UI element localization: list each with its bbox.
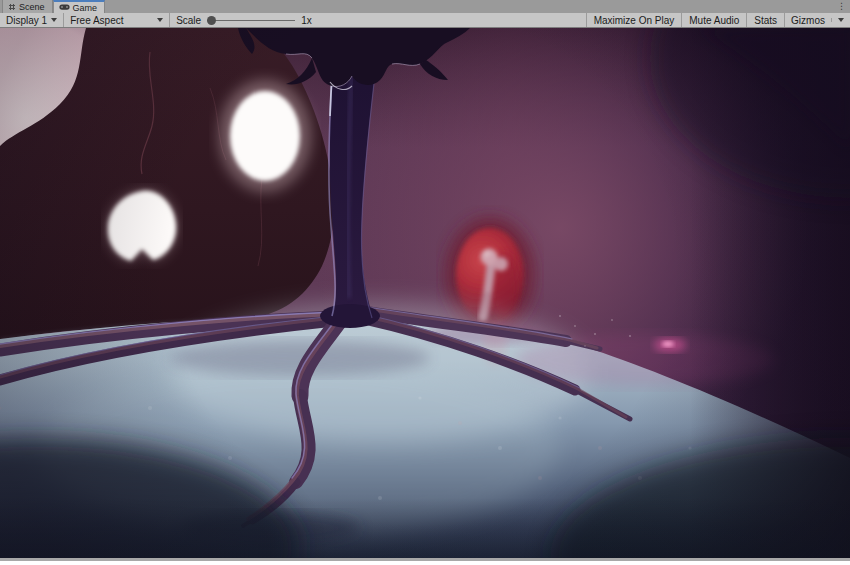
scale-slider-track[interactable] xyxy=(207,20,295,21)
gizmos-button[interactable]: Gizmos xyxy=(784,13,850,27)
aspect-ratio-dropdown[interactable]: Free Aspect xyxy=(64,13,170,27)
chevron-down-icon xyxy=(838,18,844,22)
gizmos-label: Gizmos xyxy=(785,15,831,26)
scale-label: Scale xyxy=(176,15,201,26)
mute-audio-label: Mute Audio xyxy=(689,15,739,26)
scale-slider-knob[interactable] xyxy=(207,16,216,25)
aspect-ratio-label: Free Aspect xyxy=(70,15,123,26)
tab-scene[interactable]: Scene xyxy=(2,0,53,13)
mute-audio-button[interactable]: Mute Audio xyxy=(681,13,746,27)
chevron-down-icon xyxy=(157,18,163,22)
display-dropdown-label: Display 1 xyxy=(6,15,47,26)
game-view-toolbar: Display 1 Free Aspect Scale 1x Maximize … xyxy=(0,13,850,28)
scale-control: Scale 1x xyxy=(170,13,318,27)
stats-button[interactable]: Stats xyxy=(746,13,784,27)
tab-scene-label: Scene xyxy=(19,2,45,12)
toolbar-right-group: Maximize On Play Mute Audio Stats Gizmos xyxy=(586,13,850,27)
gamepad-icon xyxy=(59,4,70,11)
scale-value: 1x xyxy=(301,15,312,26)
scale-slider[interactable] xyxy=(207,13,295,28)
ambient-effects xyxy=(0,28,850,558)
game-viewport[interactable] xyxy=(0,28,850,558)
grid-icon xyxy=(8,3,16,11)
gizmos-dropdown[interactable] xyxy=(831,18,850,22)
tab-game[interactable]: Game xyxy=(53,0,106,13)
window-bottom-border xyxy=(0,558,850,561)
maximize-on-play-label: Maximize On Play xyxy=(594,15,675,26)
tab-bar: Scene Game ⋮ xyxy=(0,0,850,13)
maximize-on-play-button[interactable]: Maximize On Play xyxy=(586,13,682,27)
tab-game-label: Game xyxy=(73,3,98,13)
kebab-menu-icon[interactable]: ⋮ xyxy=(837,0,846,13)
unity-game-window: Scene Game ⋮ Display 1 Free Aspect Scale… xyxy=(0,0,850,561)
chevron-down-icon xyxy=(51,18,57,22)
stats-label: Stats xyxy=(754,15,777,26)
display-dropdown[interactable]: Display 1 xyxy=(0,13,64,27)
game-render xyxy=(0,28,850,558)
